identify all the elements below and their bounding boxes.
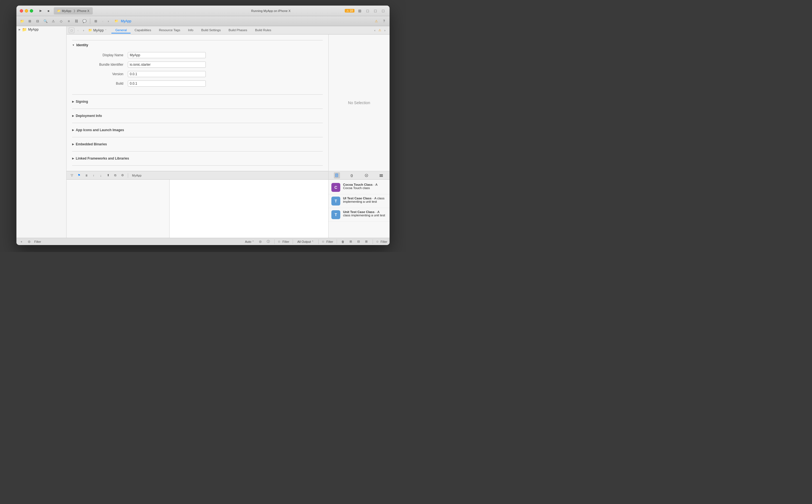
template-cocoa-touch[interactable]: C Cocoa Touch Class - A Cocoa Touch clas… bbox=[329, 181, 390, 194]
info-btn[interactable]: ⓘ bbox=[265, 239, 271, 244]
bottom-layers-btn[interactable]: ⧉ bbox=[112, 172, 118, 178]
all-output-chevron-icon: ⌃ bbox=[312, 240, 314, 243]
link-btn[interactable]: ⛓ bbox=[73, 18, 80, 25]
stack-btn[interactable]: ⊟ bbox=[34, 18, 41, 25]
breadcrumb: 📁 MyApp ⌃ bbox=[88, 28, 107, 32]
breadcrumb-arrow: ⌃ bbox=[105, 29, 107, 32]
app-tab[interactable]: 📁 MyApp ❯ iPhone X bbox=[54, 7, 93, 14]
proj-back-arrow[interactable]: ‹ bbox=[75, 28, 80, 33]
project-nav-arrows: ‹ › bbox=[75, 28, 86, 33]
grid2-btn[interactable]: ⊞ bbox=[92, 18, 99, 25]
unit-test-icon: T bbox=[331, 210, 340, 219]
sidebar-file-icon: 📁 bbox=[22, 27, 27, 32]
template-ui-test[interactable]: T UI Test Case Class - A class implement… bbox=[329, 194, 390, 208]
bottom-flag-btn[interactable]: ⚑ bbox=[76, 172, 82, 178]
version-input[interactable] bbox=[128, 71, 206, 77]
back-arrow[interactable]: ‹ bbox=[100, 19, 105, 24]
grid-view-btn[interactable]: ⊞ bbox=[364, 239, 369, 244]
bottom-share-btn[interactable]: ⚙ bbox=[119, 172, 126, 178]
bottom-up-btn[interactable]: ↑ bbox=[91, 172, 97, 178]
status-sep-3 bbox=[318, 239, 319, 244]
auto-select[interactable]: Auto ⌃ bbox=[244, 240, 256, 244]
deployment-section: ▶ Deployment Info bbox=[72, 110, 323, 122]
insp-tab-history[interactable] bbox=[378, 172, 384, 178]
navigator-toggle-btn[interactable]: □ bbox=[380, 8, 386, 14]
warning-badge[interactable]: ⚠ 18 bbox=[345, 9, 354, 13]
bottom-content bbox=[67, 180, 328, 238]
app-icons-header[interactable]: ▶ App Icons and Launch Images bbox=[72, 126, 323, 134]
add-btn[interactable]: + bbox=[19, 239, 24, 244]
identity-section-header[interactable]: ▼ Identity bbox=[72, 41, 323, 49]
app-icons-section: ▶ App Icons and Launch Images bbox=[72, 124, 323, 136]
editor-area: ▼ Identity Display Name Bundle Identifie… bbox=[67, 35, 328, 238]
editor-split-btn[interactable]: ⊞ bbox=[357, 8, 363, 14]
insp-tab-quick[interactable] bbox=[363, 172, 370, 178]
inspector-toggle-btn[interactable]: □ bbox=[372, 8, 378, 14]
signing-header[interactable]: ▶ Signing bbox=[72, 98, 323, 105]
embedded-header[interactable]: ▶ Embedded Binaries bbox=[72, 141, 323, 148]
inspector-bottom: {} bbox=[329, 171, 390, 238]
warning-count: 18 bbox=[350, 9, 353, 12]
eye-btn[interactable]: ◎ bbox=[258, 239, 263, 244]
status-sep-5 bbox=[373, 239, 373, 244]
trash-btn[interactable]: 🗑 bbox=[340, 239, 346, 244]
tab-capabilities[interactable]: Capabilities bbox=[131, 27, 155, 33]
deployment-header[interactable]: ▶ Deployment Info bbox=[72, 112, 323, 119]
tab-info[interactable]: Info bbox=[184, 27, 197, 33]
insp-tab-file[interactable] bbox=[334, 172, 340, 178]
bottom-up2-btn[interactable]: ⬆ bbox=[105, 172, 111, 178]
maximize-button[interactable] bbox=[30, 9, 33, 13]
tab-build-rules[interactable]: Build Rules bbox=[251, 27, 275, 33]
display-name-input[interactable] bbox=[128, 52, 206, 58]
grid-btn[interactable]: ⊞ bbox=[26, 18, 33, 25]
stop-button[interactable]: ■ bbox=[45, 8, 52, 14]
tile-view2-btn[interactable]: ⊟ bbox=[356, 239, 361, 244]
search-btn[interactable]: 🔍 bbox=[42, 18, 49, 25]
app-icon-btn: 📁 bbox=[113, 18, 120, 25]
tile-view-btn[interactable]: ⊞ bbox=[348, 239, 354, 244]
bottom-area: ▽ ⚑ ⏸ ↑ ↓ ⬆ ⧉ ⚙ MyApp bbox=[67, 171, 328, 238]
insp-tab-code[interactable]: {} bbox=[349, 172, 355, 178]
folder-btn[interactable]: 📁 bbox=[19, 18, 25, 25]
tab-general[interactable]: General bbox=[111, 27, 131, 33]
tab-resource-tags[interactable]: Resource Tags bbox=[155, 27, 184, 33]
comment-btn[interactable]: 💬 bbox=[81, 18, 88, 25]
breadcrumb-app[interactable]: MyApp bbox=[93, 28, 104, 32]
play-button[interactable]: ▶ bbox=[38, 8, 44, 14]
cocoa-touch-name: Cocoa Touch Class - A Cocoa Touch class bbox=[343, 183, 387, 190]
minimize-button[interactable] bbox=[25, 9, 28, 13]
forward-arrow[interactable]: › bbox=[106, 19, 111, 24]
proj-forward-arrow[interactable]: › bbox=[81, 28, 86, 33]
close-button[interactable] bbox=[20, 9, 23, 13]
bottom-filter-btn[interactable]: ▽ bbox=[69, 172, 75, 178]
warning2-btn[interactable]: ⚠ bbox=[373, 18, 380, 25]
filter-label-3: Filter bbox=[381, 240, 387, 243]
list-btn[interactable]: ≡ bbox=[65, 18, 72, 25]
status-sep-1 bbox=[274, 239, 275, 244]
identity-arrow-icon: ▼ bbox=[72, 44, 75, 47]
bundle-id-input[interactable] bbox=[128, 62, 206, 68]
nav-next-warning[interactable]: › bbox=[382, 28, 387, 33]
tab-build-phases[interactable]: Build Phases bbox=[225, 27, 251, 33]
build-input[interactable] bbox=[128, 80, 206, 87]
app-tab-device: ❯ bbox=[73, 9, 75, 12]
nav-prev-warning[interactable]: ‹ bbox=[372, 28, 377, 33]
sidebar-toggle-btn[interactable]: □ bbox=[365, 8, 371, 14]
form-row-version: Version bbox=[72, 71, 323, 77]
all-output-select[interactable]: All Output ⌃ bbox=[296, 240, 315, 244]
help-btn[interactable]: ? bbox=[381, 18, 387, 25]
warning-toolbar-btn[interactable]: ⚠ bbox=[50, 18, 57, 25]
form-row-build: Build bbox=[72, 80, 323, 87]
flag-btn[interactable]: ◇ bbox=[58, 18, 64, 25]
nav-arrows: ‹ › bbox=[100, 19, 111, 24]
sidebar-item-myapp[interactable]: ▶ 📁 MyApp bbox=[16, 26, 66, 33]
main-window: ▶ ■ 📁 MyApp ❯ iPhone X Running MyApp on … bbox=[16, 6, 390, 245]
template-unit-test[interactable]: T Unit Test Case Class - A class impleme… bbox=[329, 208, 390, 222]
linked-header[interactable]: ▶ Linked Frameworks and Libraries bbox=[72, 155, 323, 162]
warning-icon: ⚠ bbox=[346, 9, 349, 12]
panel-toggle-btn[interactable]: □ bbox=[69, 28, 74, 33]
filter-icon-btn[interactable]: ◎ bbox=[26, 239, 32, 244]
tab-build-settings[interactable]: Build Settings bbox=[197, 27, 224, 33]
bottom-pause-btn[interactable]: ⏸ bbox=[83, 172, 89, 178]
bottom-down-btn[interactable]: ↓ bbox=[98, 172, 104, 178]
